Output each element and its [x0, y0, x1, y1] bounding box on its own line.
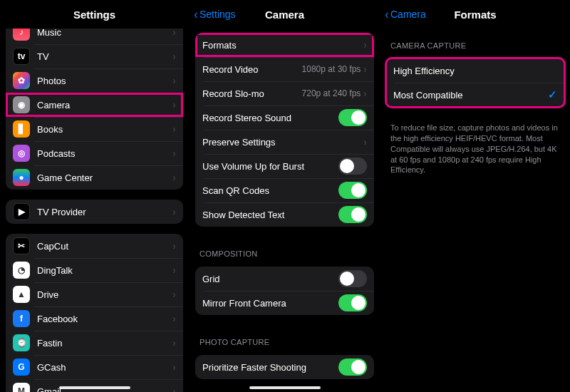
section-header-camera-capture: CAMERA CAPTURE: [380, 29, 570, 54]
toggle-switch[interactable]: [338, 182, 367, 199]
home-indicator: [59, 386, 130, 389]
chevron-right-icon: ›: [173, 29, 175, 38]
settings-row-gcash[interactable]: GGCash›: [6, 355, 183, 379]
chevron-right-icon: ›: [173, 240, 175, 252]
camera-row-show-detected-text[interactable]: Show Detected Text: [195, 202, 374, 227]
chevron-right-icon: ›: [173, 337, 175, 349]
row-label: Grid: [202, 274, 338, 284]
row-label: GCash: [37, 362, 172, 373]
chevron-right-icon: ›: [173, 172, 175, 183]
settings-row-fastin[interactable]: ⌚Fastin›: [6, 331, 183, 355]
settings-row-music[interactable]: ♪Music›: [6, 29, 183, 44]
row-label: CapCut: [37, 241, 172, 252]
navbar-settings: Settings: [0, 0, 189, 29]
camera-row-record-video[interactable]: Record Video1080p at 30 fps›: [195, 57, 374, 81]
row-label: Drive: [37, 289, 172, 300]
settings-row-capcut[interactable]: ✂CapCut›: [6, 234, 183, 258]
row-label: TV: [37, 51, 172, 62]
camera-row-formats[interactable]: Formats›: [195, 33, 374, 57]
settings-row-podcasts[interactable]: ◎Podcasts›: [6, 141, 183, 165]
row-label: Scan QR Codes: [202, 185, 338, 196]
gcash-icon: G: [13, 359, 30, 376]
settings-row-dingtalk[interactable]: ◔DingTalk›: [6, 258, 183, 282]
gmail-icon: M: [13, 383, 30, 392]
tv-icon: tv: [13, 48, 30, 65]
section-header: COMPOSITION: [190, 237, 380, 262]
camera-row-grid[interactable]: Grid: [195, 267, 374, 291]
page-title: Settings: [73, 9, 115, 21]
section-footer: Intelligently adapt image quality when r…: [190, 389, 380, 392]
navbar-camera: ‹ Settings Camera: [190, 0, 380, 29]
row-label: Fastin: [37, 338, 172, 349]
camera-row-prioritize-faster-shooting[interactable]: Prioritize Faster Shooting: [195, 355, 374, 379]
chevron-left-icon: ‹: [385, 8, 389, 21]
row-label: Record Video: [202, 64, 302, 75]
camera-row-record-stereo-sound[interactable]: Record Stereo Sound: [195, 105, 374, 130]
settings-pane: Settings ♪Music›tvTV›✿Photos›◉Camera›▋Bo…: [0, 0, 189, 392]
formats-footer-note: To reduce file size, capture photos and …: [380, 117, 570, 175]
back-to-settings[interactable]: ‹ Settings: [194, 0, 236, 29]
row-label: Mirror Front Camera: [202, 298, 338, 309]
settings-row-gamecenter[interactable]: ●Game Center›: [6, 165, 183, 190]
row-label: Preserve Settings: [202, 137, 363, 148]
camera-row-scan-qr-codes[interactable]: Scan QR Codes: [195, 178, 374, 202]
gamecenter-icon: ●: [13, 169, 30, 186]
format-option-most-compatible[interactable]: Most Compatible✓: [386, 83, 564, 107]
settings-row-facebook[interactable]: fFacebook›: [6, 306, 183, 331]
settings-row-books[interactable]: ▋Books›: [6, 117, 183, 141]
back-label: Camera: [390, 9, 426, 20]
settings-group: ♪Music›tvTV›✿Photos›◉Camera›▋Books›◎Podc…: [6, 29, 183, 190]
row-label: Game Center: [37, 172, 172, 183]
chevron-right-icon: ›: [364, 63, 366, 75]
drive-icon: ▲: [13, 286, 30, 303]
row-detail: 1080p at 30 fps: [302, 64, 361, 74]
toggle-switch[interactable]: [338, 109, 367, 126]
toggle-switch[interactable]: [338, 158, 367, 175]
chevron-right-icon: ›: [173, 386, 175, 392]
camera-scroll[interactable]: Formats›Record Video1080p at 30 fps›Reco…: [190, 29, 380, 392]
settings-row-drive[interactable]: ▲Drive›: [6, 282, 183, 306]
row-label: Record Slo-mo: [202, 88, 302, 99]
home-indicator: [249, 386, 321, 389]
camera-row-preserve-settings[interactable]: Preserve Settings›: [195, 130, 374, 154]
settings-row-photos[interactable]: ✿Photos›: [6, 68, 183, 93]
facebook-icon: f: [13, 310, 30, 327]
row-label: Facebook: [37, 314, 172, 324]
settings-row-tv[interactable]: tvTV›: [6, 44, 183, 68]
chevron-right-icon: ›: [173, 206, 175, 217]
row-label: Books: [37, 124, 172, 135]
settings-scroll[interactable]: ♪Music›tvTV›✿Photos›◉Camera›▋Books›◎Podc…: [0, 29, 189, 392]
toggle-switch[interactable]: [338, 270, 367, 287]
tvprovider-icon: ▶: [13, 203, 30, 220]
chevron-right-icon: ›: [173, 313, 175, 324]
settings-row-gmail[interactable]: MGmail›: [6, 379, 183, 392]
photos-icon: ✿: [13, 72, 30, 89]
back-label: Settings: [200, 9, 236, 20]
back-to-camera[interactable]: ‹ Camera: [385, 0, 426, 29]
camera-row-use-volume-up-for-burst[interactable]: Use Volume Up for Burst: [195, 154, 374, 178]
row-label: Podcasts: [37, 148, 172, 159]
formats-scroll[interactable]: CAMERA CAPTURE High EfficiencyMost Compa…: [380, 29, 570, 392]
settings-row-camera[interactable]: ◉Camera›: [6, 93, 183, 117]
camera-settings-pane: ‹ Settings Camera Formats›Record Video10…: [189, 0, 380, 392]
settings-row-tvprovider[interactable]: ▶TV Provider›: [6, 200, 183, 224]
chevron-right-icon: ›: [364, 88, 366, 99]
row-label: Photos: [37, 76, 172, 86]
format-option-high-efficiency[interactable]: High Efficiency: [386, 58, 564, 83]
camera-row-mirror-front-camera[interactable]: Mirror Front Camera: [195, 291, 374, 315]
toggle-switch[interactable]: [338, 294, 367, 311]
settings-group: ✂CapCut›◔DingTalk›▲Drive›fFacebook›⌚Fast…: [6, 234, 183, 392]
section-header: PHOTO CAPTURE: [190, 325, 380, 351]
chevron-right-icon: ›: [173, 51, 175, 62]
chevron-right-icon: ›: [364, 136, 366, 148]
camera-row-record-slo-mo[interactable]: Record Slo-mo720p at 240 fps›: [195, 81, 374, 105]
chevron-right-icon: ›: [173, 123, 175, 135]
camera-capture-group: High EfficiencyMost Compatible✓: [386, 58, 564, 107]
toggle-switch[interactable]: [338, 206, 367, 223]
chevron-right-icon: ›: [173, 264, 175, 276]
page-title: Camera: [265, 9, 304, 21]
row-label: Camera: [37, 100, 172, 110]
settings-group: ▶TV Provider›: [6, 200, 183, 224]
toggle-switch[interactable]: [338, 359, 367, 376]
row-label: High Efficiency: [393, 66, 557, 76]
